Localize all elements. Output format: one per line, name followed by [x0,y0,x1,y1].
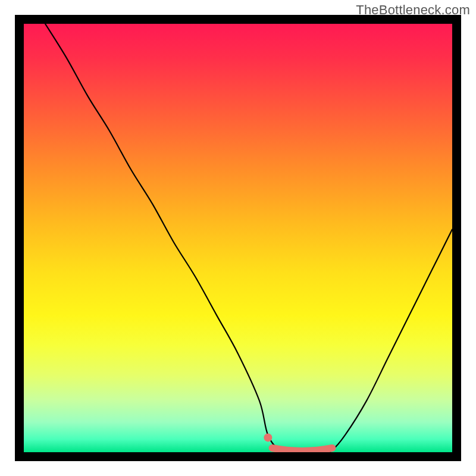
curve-layer [24,24,452,452]
bottleneck-curve [45,24,452,452]
marker-dot [264,433,272,441]
optimal-range-highlight [273,448,333,451]
plot-frame [15,15,461,461]
watermark-text: TheBottleneck.com [356,2,470,18]
chart-container: TheBottleneck.com [0,0,476,476]
